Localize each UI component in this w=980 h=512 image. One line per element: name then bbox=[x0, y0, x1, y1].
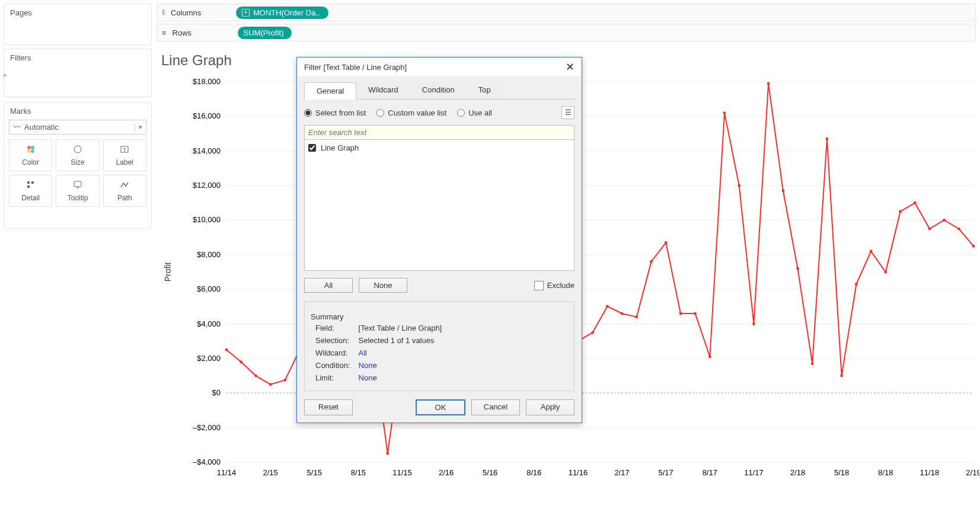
svg-text:–$4,000: –$4,000 bbox=[193, 457, 221, 466]
svg-rect-10 bbox=[74, 181, 81, 187]
marks-cell-label: Tooltip bbox=[68, 194, 88, 202]
marks-label: Marks bbox=[4, 103, 151, 120]
marks-label[interactable]: TLabel bbox=[103, 139, 146, 171]
close-icon[interactable]: ✕ bbox=[566, 62, 574, 72]
chart-title: Line Graph bbox=[161, 52, 232, 69]
marks-path[interactable]: Path bbox=[103, 175, 146, 207]
line-icon: 〰 bbox=[13, 123, 21, 132]
exclude-label: Exclude bbox=[547, 281, 574, 290]
list-mode-icon[interactable]: ☰ bbox=[561, 106, 574, 119]
svg-point-65 bbox=[386, 452, 389, 455]
chevron-right-icon[interactable]: ▸ bbox=[4, 71, 7, 79]
svg-rect-8 bbox=[31, 181, 34, 184]
svg-text:11/14: 11/14 bbox=[217, 468, 237, 477]
reset-button[interactable]: Reset bbox=[304, 399, 353, 415]
checkbox-icon bbox=[534, 281, 544, 290]
svg-text:11/17: 11/17 bbox=[744, 468, 764, 477]
apply-button[interactable]: Apply bbox=[526, 399, 574, 415]
tabs: General Wildcard Condition Top bbox=[304, 82, 574, 100]
marks-cell-label: Detail bbox=[21, 194, 40, 202]
marks-color[interactable]: Color bbox=[9, 139, 52, 171]
label-icon: T bbox=[120, 145, 129, 156]
svg-point-101 bbox=[914, 201, 917, 204]
radio-useall-label: Use all bbox=[468, 108, 492, 117]
svg-text:–$2,000: –$2,000 bbox=[193, 423, 221, 432]
svg-point-56 bbox=[254, 375, 257, 377]
summary-box: Summary Field:[Text Table / Line Graph] … bbox=[304, 301, 574, 391]
filters-panel: Filters ▸ bbox=[4, 49, 152, 97]
svg-point-82 bbox=[635, 315, 638, 318]
path-icon bbox=[120, 180, 129, 191]
mark-type-select[interactable]: 〰 Automatic ▾ bbox=[9, 120, 146, 135]
svg-point-1 bbox=[31, 146, 34, 149]
marks-grid: ColorSizeTLabelDetailTooltipPath bbox=[4, 139, 151, 212]
columns-shelf[interactable]: ⦀ Columns + MONTH(Order Da.. bbox=[157, 4, 976, 21]
cancel-button[interactable]: Cancel bbox=[471, 399, 520, 415]
radio-custom-value[interactable]: Custom value list bbox=[376, 108, 446, 117]
svg-point-86 bbox=[694, 312, 697, 315]
marks-detail[interactable]: Detail bbox=[9, 175, 52, 207]
summary-condition-label: Condition: bbox=[312, 360, 354, 371]
summary-selection-label: Selection: bbox=[312, 335, 354, 346]
pages-panel: Pages bbox=[4, 4, 152, 45]
rows-icon: ≡ bbox=[162, 28, 167, 37]
svg-point-104 bbox=[957, 228, 960, 231]
marks-size[interactable]: Size bbox=[56, 139, 99, 171]
svg-point-97 bbox=[855, 283, 858, 286]
tab-general[interactable]: General bbox=[304, 82, 356, 100]
list-row-label: Line Graph bbox=[321, 143, 359, 152]
summary-field-value: [Text Table / Line Graph] bbox=[355, 322, 446, 334]
tab-condition[interactable]: Condition bbox=[410, 82, 467, 99]
columns-label: Columns bbox=[171, 8, 236, 17]
all-button[interactable]: All bbox=[304, 278, 353, 293]
svg-text:8/15: 8/15 bbox=[351, 468, 366, 477]
radio-custom-label: Custom value list bbox=[388, 108, 446, 117]
svg-text:11/15: 11/15 bbox=[392, 468, 412, 477]
list-row-line-graph[interactable]: Line Graph bbox=[308, 143, 570, 152]
svg-text:8/18: 8/18 bbox=[878, 468, 893, 477]
svg-text:$4,000: $4,000 bbox=[197, 319, 221, 328]
svg-text:8/17: 8/17 bbox=[703, 468, 717, 477]
color-icon bbox=[26, 145, 36, 156]
marks-tooltip[interactable]: Tooltip bbox=[56, 175, 99, 207]
columns-pill[interactable]: + MONTH(Order Da.. bbox=[236, 7, 328, 19]
svg-text:$14,000: $14,000 bbox=[193, 146, 221, 155]
svg-text:$16,000: $16,000 bbox=[193, 111, 221, 120]
svg-point-87 bbox=[708, 356, 711, 359]
svg-point-4 bbox=[74, 146, 81, 153]
ok-button[interactable]: OK bbox=[416, 399, 465, 415]
none-button[interactable]: None bbox=[359, 278, 407, 293]
svg-point-57 bbox=[269, 383, 272, 386]
summary-condition-value: None bbox=[355, 360, 446, 371]
exclude-checkbox[interactable]: Exclude bbox=[534, 281, 574, 290]
svg-text:2/19: 2/19 bbox=[966, 468, 979, 477]
radio-use-all[interactable]: Use all bbox=[457, 108, 492, 117]
svg-point-94 bbox=[811, 362, 814, 365]
svg-point-90 bbox=[752, 322, 755, 325]
svg-text:Profit: Profit bbox=[163, 263, 173, 282]
marks-cell-label: Size bbox=[71, 158, 84, 167]
radio-select-label: Select from list bbox=[315, 108, 366, 117]
svg-text:2/17: 2/17 bbox=[614, 468, 629, 477]
summary-wildcard-label: Wildcard: bbox=[312, 347, 354, 359]
marks-cell-label: Color bbox=[22, 158, 39, 167]
rows-label: Rows bbox=[173, 28, 238, 37]
marks-cell-label: Path bbox=[117, 194, 132, 202]
detail-icon bbox=[26, 180, 36, 191]
search-input[interactable] bbox=[304, 125, 574, 140]
tab-top[interactable]: Top bbox=[467, 82, 503, 99]
svg-point-92 bbox=[781, 189, 784, 192]
pages-label: Pages bbox=[4, 4, 151, 21]
filter-listbox[interactable]: Line Graph bbox=[304, 140, 574, 271]
radio-select-from-list[interactable]: Select from list bbox=[304, 108, 366, 117]
summary-field-label: Field: bbox=[312, 322, 354, 334]
svg-point-89 bbox=[738, 184, 740, 187]
rows-shelf[interactable]: ≡ Rows SUM(Profit) bbox=[157, 24, 976, 41]
svg-point-84 bbox=[665, 241, 668, 244]
svg-text:11/18: 11/18 bbox=[920, 468, 940, 477]
summary-limit-label: Limit: bbox=[312, 372, 354, 383]
tab-wildcard[interactable]: Wildcard bbox=[356, 82, 410, 99]
filter-dialog: Filter [Text Table / Line Graph] ✕ Gener… bbox=[296, 57, 582, 423]
svg-rect-9 bbox=[27, 185, 30, 188]
rows-pill[interactable]: SUM(Profit) bbox=[238, 27, 292, 39]
